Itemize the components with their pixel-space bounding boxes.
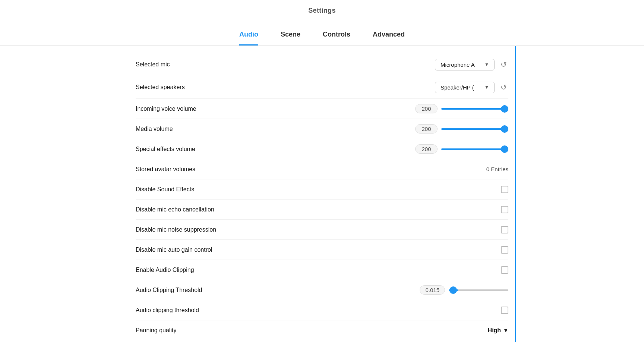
selected-mic-label: Selected mic — [136, 61, 170, 68]
audio-clipping-threshold-checkbox-label: Audio clipping threshold — [136, 307, 199, 314]
panning-quality-row: Panning quality High ▼ — [136, 320, 508, 341]
disable-sound-effects-label: Disable Sound Effects — [136, 186, 194, 193]
disable-sound-effects-row: Disable Sound Effects — [136, 179, 508, 200]
selected-mic-value: Microphone A — [441, 62, 475, 68]
media-volume-control: 200 — [415, 124, 508, 134]
tabs-container: Audio Scene Controls Advanced — [0, 20, 644, 46]
page-title: Settings — [308, 7, 335, 14]
media-volume-row: Media volume 200 — [136, 119, 508, 139]
disable-mic-gain-label: Disable mic auto gain control — [136, 247, 212, 253]
panning-dropdown-arrow-icon: ▼ — [503, 327, 508, 333]
audio-clipping-threshold-value: 0.015 — [420, 285, 445, 295]
stored-avatar-volumes-row: Stored avatar volumes 0 Entries — [136, 159, 508, 179]
audio-clipping-threshold-checkbox[interactable] — [501, 307, 508, 314]
incoming-voice-volume-label: Incoming voice volume — [136, 106, 196, 112]
selected-mic-row: Selected mic Microphone A ▼ ↺ — [136, 53, 508, 76]
media-volume-label: Media volume — [136, 126, 173, 132]
special-effects-volume-row: Special effects volume 200 — [136, 139, 508, 159]
audio-clipping-threshold-slider[interactable] — [449, 289, 508, 291]
disable-mic-gain-control — [501, 246, 508, 254]
enable-audio-clipping-row: Enable Audio Clipping — [136, 260, 508, 280]
special-effects-volume-slider[interactable] — [441, 148, 508, 150]
disable-mic-gain-row: Disable mic auto gain control — [136, 240, 508, 260]
tab-controls[interactable]: Controls — [323, 31, 350, 46]
audio-settings-panel: Selected mic Microphone A ▼ ↺ Selected s… — [136, 46, 508, 342]
disable-mic-noise-row: Disable mic noise suppression — [136, 220, 508, 240]
audio-clipping-threshold-label: Audio Clipping Threshold — [136, 287, 202, 294]
incoming-voice-volume-slider[interactable] — [441, 108, 508, 110]
incoming-voice-volume-control: 200 — [415, 104, 508, 113]
disable-mic-echo-row: Disable mic echo cancellation — [136, 200, 508, 220]
disable-mic-echo-label: Disable mic echo cancellation — [136, 206, 214, 213]
incoming-voice-volume-value: 200 — [415, 104, 438, 113]
audio-clipping-threshold-control: 0.015 — [420, 285, 508, 295]
selected-speakers-value: Speaker/HP ( — [441, 84, 474, 91]
selected-mic-reset-button[interactable]: ↺ — [499, 59, 508, 70]
stored-avatar-entries-value: 0 Entries — [486, 166, 508, 172]
media-volume-slider[interactable] — [441, 128, 508, 130]
disable-mic-gain-checkbox[interactable] — [501, 246, 508, 254]
selected-speakers-dropdown[interactable]: Speaker/HP ( ▼ — [435, 82, 495, 93]
disable-sound-effects-control — [501, 186, 508, 193]
selected-mic-control: Microphone A ▼ ↺ — [435, 59, 508, 70]
panning-quality-dropdown[interactable]: High ▼ — [488, 327, 508, 334]
incoming-voice-volume-row: Incoming voice volume 200 — [136, 99, 508, 119]
settings-header: Settings — [0, 0, 644, 20]
special-effects-volume-label: Special effects volume — [136, 146, 195, 153]
panning-quality-control: High ▼ — [488, 327, 508, 334]
audio-clipping-threshold-checkbox-row: Audio clipping threshold — [136, 300, 508, 320]
panning-quality-value: High — [488, 327, 501, 334]
enable-audio-clipping-label: Enable Audio Clipping — [136, 267, 194, 273]
selected-speakers-row: Selected speakers Speaker/HP ( ▼ ↺ — [136, 76, 508, 99]
panning-quality-label: Panning quality — [136, 327, 176, 334]
disable-mic-echo-control — [501, 206, 508, 213]
disable-mic-echo-checkbox[interactable] — [501, 206, 508, 213]
media-volume-value: 200 — [415, 124, 438, 134]
speakers-dropdown-arrow-icon: ▼ — [484, 85, 489, 90]
selected-speakers-control: Speaker/HP ( ▼ ↺ — [435, 81, 508, 93]
selected-mic-dropdown[interactable]: Microphone A ▼ — [435, 59, 495, 70]
stored-avatar-volumes-control: 0 Entries — [486, 166, 508, 172]
disable-sound-effects-checkbox[interactable] — [501, 186, 508, 193]
selected-speakers-reset-button[interactable]: ↺ — [499, 81, 508, 93]
selected-speakers-label: Selected speakers — [136, 84, 185, 91]
audio-clipping-threshold-row: Audio Clipping Threshold 0.015 — [136, 280, 508, 300]
enable-audio-clipping-checkbox[interactable] — [501, 266, 508, 274]
tab-scene[interactable]: Scene — [281, 31, 300, 46]
special-effects-volume-control: 200 — [415, 144, 508, 154]
audio-clipping-threshold-checkbox-control — [501, 307, 508, 314]
enable-audio-clipping-control — [501, 266, 508, 274]
tab-audio[interactable]: Audio — [239, 31, 258, 46]
settings-content: Selected mic Microphone A ▼ ↺ Selected s… — [0, 46, 644, 342]
tab-advanced[interactable]: Advanced — [373, 31, 405, 46]
disable-mic-noise-label: Disable mic noise suppression — [136, 226, 216, 233]
special-effects-volume-value: 200 — [415, 144, 438, 154]
mic-dropdown-arrow-icon: ▼ — [484, 62, 489, 67]
vertical-divider — [515, 46, 516, 342]
stored-avatar-volumes-label: Stored avatar volumes — [136, 166, 195, 173]
disable-mic-noise-checkbox[interactable] — [501, 226, 508, 233]
disable-mic-noise-control — [501, 226, 508, 233]
